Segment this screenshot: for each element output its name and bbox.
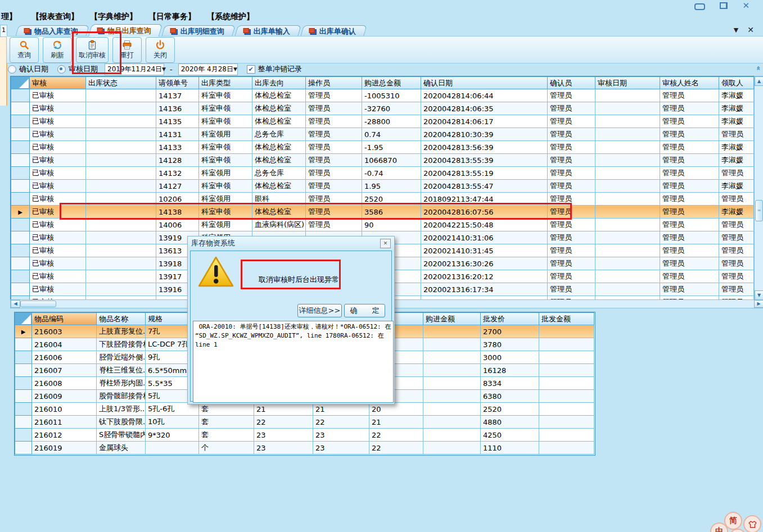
cell[interactable] [595, 244, 660, 257]
cell[interactable]: 2020042814:06:17 [421, 115, 548, 128]
row-selector[interactable] [11, 167, 30, 180]
cell[interactable]: 23 [254, 429, 313, 442]
dialog-close-icon[interactable]: ✕ [380, 239, 391, 248]
cell[interactable]: 管理员 [660, 244, 719, 257]
cell[interactable]: 李淑媛 [719, 180, 754, 193]
cell[interactable]: 管理员 [306, 167, 362, 180]
row-selector[interactable] [15, 442, 32, 454]
cell[interactable]: -1005310 [362, 89, 421, 102]
cell[interactable] [423, 429, 481, 442]
date-to-combo[interactable]: 2020年 4月28日 ▼ [178, 63, 238, 75]
cell[interactable]: 管理员 [660, 283, 719, 296]
cell[interactable]: 216019 [32, 442, 97, 454]
row-selector[interactable] [15, 338, 32, 351]
cell[interactable]: 管理员 [306, 193, 362, 206]
cell[interactable]: 管理员 [548, 206, 595, 219]
cell[interactable]: 2020042813:56:39 [421, 141, 548, 154]
cell[interactable]: 管理员 [548, 193, 595, 206]
cell[interactable]: 科室申领 [199, 180, 252, 193]
cell[interactable]: 体检总检室 [252, 180, 306, 193]
cell[interactable] [539, 442, 594, 454]
cell[interactable]: 4250 [481, 429, 539, 442]
cell[interactable]: 管理员 [660, 257, 719, 270]
cell[interactable]: 2020042813:55:39 [421, 154, 548, 167]
tab-物品入库查询[interactable]: 物品入库查询 [15, 25, 89, 37]
row-selector[interactable] [11, 128, 30, 141]
cell[interactable]: 1110 [481, 442, 539, 454]
row-selector[interactable] [15, 364, 32, 377]
cell[interactable]: 管理员 [548, 154, 595, 167]
cell[interactable]: 管理员 [548, 89, 595, 102]
cell[interactable]: 0.74 [362, 128, 421, 141]
cell[interactable]: 14128 [156, 154, 199, 167]
cell[interactable]: 套 [199, 416, 254, 429]
cell[interactable]: 李淑媛 [719, 206, 754, 219]
cell[interactable]: 管理员 [548, 180, 595, 193]
row-selector[interactable] [15, 403, 32, 416]
reversal-checkbox[interactable]: ✔ [247, 65, 255, 74]
cell[interactable]: 管理员 [306, 102, 362, 115]
cell[interactable]: 血液病科(病区) [252, 219, 306, 231]
cell[interactable]: 管理员 [719, 128, 754, 141]
cell[interactable] [539, 364, 594, 377]
cell[interactable]: 个 [199, 442, 254, 454]
cell[interactable] [423, 416, 481, 429]
cell[interactable]: 管理员 [719, 231, 754, 244]
row-selector[interactable] [11, 244, 30, 257]
cell[interactable] [86, 128, 156, 141]
cell[interactable]: 李淑媛 [719, 89, 754, 102]
ok-button[interactable]: 确 定 [344, 304, 385, 317]
cell[interactable]: 科室领用 [199, 193, 252, 206]
cell[interactable]: 216003 [32, 325, 97, 338]
cell[interactable]: 套 [199, 429, 254, 442]
cell[interactable]: 1066870 [362, 154, 421, 167]
cell[interactable]: 体检总检室 [252, 102, 306, 115]
cell[interactable] [539, 325, 594, 338]
tab-出库单确认[interactable]: 出库单确认 [300, 25, 367, 37]
cell[interactable] [539, 416, 594, 429]
cancel-audit-button[interactable]: 取消审核 [76, 37, 109, 63]
cell[interactable]: 管理员 [548, 102, 595, 115]
column-header[interactable]: 批发金额 [539, 313, 594, 325]
cell[interactable]: 科室领用 [199, 128, 252, 141]
cell[interactable]: 李淑媛 [719, 141, 754, 154]
table-row[interactable]: 已审核10206科室领用眼科管理员25202018092113:47:44管理员… [11, 193, 754, 206]
tab-物品出库查询[interactable]: 物品出库查询 [88, 24, 162, 37]
table-row[interactable]: ▶已审核14138科室申领体检总检室管理员35862020042816:07:5… [11, 206, 754, 219]
cell[interactable]: 216009 [32, 390, 97, 403]
tab-close-icon[interactable]: ✕ [747, 26, 754, 34]
cell[interactable]: 14137 [156, 89, 199, 102]
cell[interactable]: 下肢胫骨接骨板 [97, 338, 146, 351]
cell[interactable] [86, 115, 156, 128]
cell[interactable]: 已审核 [30, 244, 86, 257]
cell[interactable]: 股骨髋部接骨板 [97, 390, 146, 403]
cell[interactable]: 管理员 [306, 141, 362, 154]
cell[interactable]: 14006 [156, 219, 199, 231]
tab-出库单输入[interactable]: 出库单输入 [234, 25, 301, 37]
cell[interactable]: 2520 [481, 403, 539, 416]
cell[interactable]: 14138 [156, 206, 199, 219]
cell[interactable]: 已审核 [30, 115, 86, 128]
cell[interactable]: 管理员 [660, 180, 719, 193]
cell[interactable] [595, 141, 660, 154]
row-selector[interactable] [15, 416, 32, 429]
table-row[interactable]: 216011钛下肢股骨限...10孔套2222214880 [15, 416, 594, 429]
row-selector[interactable] [15, 377, 32, 390]
cell[interactable]: 眼科 [252, 193, 306, 206]
cell[interactable]: 14133 [156, 141, 199, 154]
cell[interactable]: 22 [254, 416, 313, 429]
column-header[interactable]: 请领单号 [156, 77, 199, 89]
column-header[interactable]: 审核日期 [595, 77, 660, 89]
restore-icon[interactable] [720, 2, 728, 9]
cell[interactable] [423, 325, 481, 338]
row-selector[interactable] [11, 115, 30, 128]
cell[interactable]: 管理员 [719, 193, 754, 206]
cell[interactable]: 4880 [481, 416, 539, 429]
cell[interactable]: 钛下肢股骨限... [97, 416, 146, 429]
row-selector[interactable] [11, 154, 30, 167]
cell[interactable]: 总务仓库 [252, 128, 306, 141]
date-from-combo[interactable]: 2019年11月24日 ▼ [105, 63, 164, 75]
cell[interactable]: 管理员 [548, 115, 595, 128]
column-header[interactable]: 确认日期 [421, 77, 548, 89]
cell[interactable] [595, 128, 660, 141]
